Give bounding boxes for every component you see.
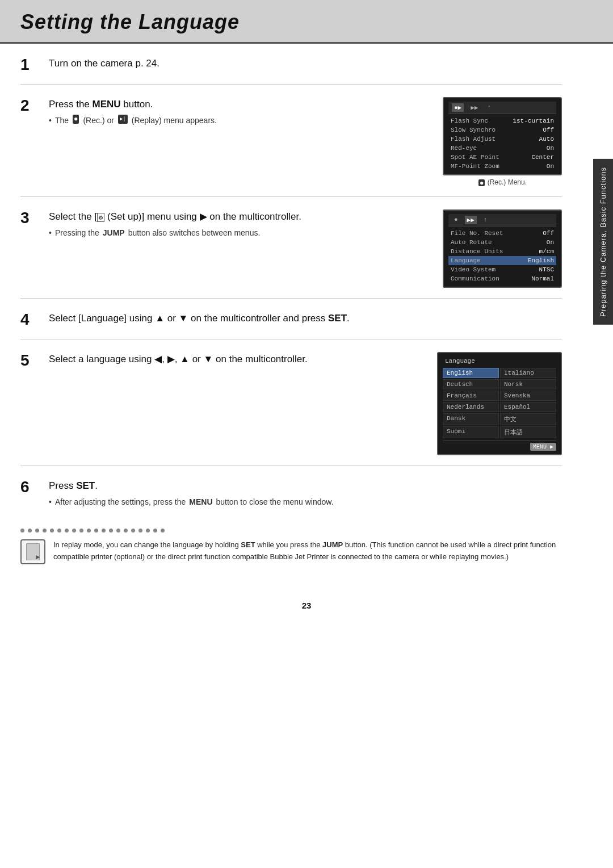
step-2-text: Press the MENU button. The ● (Rec.) or ▶…: [49, 97, 422, 127]
step-2-number: 2: [20, 97, 39, 115]
lang-deutsch: Deutsch: [443, 379, 499, 389]
side-label: Preparing the Camera, Basic Functions: [593, 159, 613, 325]
setup-row-video: Video System NTSC: [448, 265, 556, 274]
step-3-instruction: Select the [⚙ (Set up)] menu using ▶ on …: [49, 209, 422, 224]
step-6: 6 Press SET. After adjusting the setting…: [20, 466, 562, 519]
step-5-text: Select a language using ◀, ▶, ▲ or ▼ on …: [49, 352, 417, 369]
page-title-bar: Setting the Language: [0, 0, 613, 44]
dots-separator: [20, 518, 562, 539]
page-title: Setting the Language: [20, 10, 593, 34]
step-5: 5 Select a language using ◀, ▶, ▲ or ▼ o…: [20, 339, 562, 466]
step-4-number: 4: [20, 311, 39, 329]
cam-tab-up: ↑: [485, 103, 493, 111]
page-number: 23: [0, 601, 613, 616]
step-6-sub: After adjusting the settings, press the …: [49, 496, 562, 508]
lang-english: English: [443, 368, 499, 378]
step-6-instruction: Press SET.: [49, 479, 562, 493]
step-3-sub: Pressing the JUMP button also switches b…: [49, 227, 422, 239]
step-3-text: Select the [⚙ (Set up)] menu using ▶ on …: [49, 209, 422, 240]
step-5-instruction: Select a language using ◀, ▶, ▲ or ▼ on …: [49, 352, 417, 367]
cam-row-flash-adjust: Flash Adjust Auto: [448, 135, 556, 144]
step-5-number: 5: [20, 352, 39, 370]
lang-chinese: 中文: [500, 413, 556, 425]
step-2-instruction: Press the MENU button.: [49, 97, 422, 112]
setup-row-distance: Distance Units m/cm: [448, 247, 556, 256]
step-3-image: ● ▶▶ ↑ File No. Reset Off Auto Rotate On…: [443, 209, 562, 288]
cam-row-red-eye: Red-eye On: [448, 144, 556, 153]
setup-row-comm: Communication Normal: [448, 274, 556, 283]
cam-row-spot-ae: Spot AE Point Center: [448, 153, 556, 162]
language-menu-screen: Language English Italiano Deutsch Norsk …: [437, 352, 562, 455]
setup-row-autorotate: Auto Rotate On: [448, 238, 556, 247]
lang-nederlands: Nederlands: [443, 402, 499, 412]
lang-italiano: Italiano: [500, 368, 556, 378]
note-text: In replay mode, you can change the langu…: [53, 539, 562, 563]
step-3: 3 Select the [⚙ (Set up)] menu using ▶ o…: [20, 197, 562, 299]
setup-tab-up: ↑: [481, 216, 490, 224]
lang-espanol: Español: [500, 402, 556, 412]
note-icon: [20, 539, 45, 564]
lang-suomi: Suomi: [443, 426, 499, 438]
lang-japanese: 日本語: [500, 426, 556, 438]
step-4-body: Select [Language] using ▲ or ▼ on the mu…: [49, 311, 562, 328]
replay-icon: ▶|: [118, 115, 128, 124]
step-6-number: 6: [20, 479, 39, 496]
setup-header: ● ▶▶ ↑: [448, 214, 556, 227]
setup-tab-tt: ▶▶: [465, 216, 477, 224]
rec-menu-caption: ● (Rec.) Menu.: [443, 178, 562, 186]
step-1-instruction: Turn on the camera p. 24.: [49, 56, 562, 71]
step-1-body: Turn on the camera p. 24.: [49, 56, 562, 73]
step-4: 4 Select [Language] using ▲ or ▼ on the …: [20, 299, 562, 339]
step-3-number: 3: [20, 209, 39, 227]
step-1: 1 Turn on the camera p. 24.: [20, 44, 562, 85]
lang-grid: English Italiano Deutsch Norsk Français …: [443, 368, 556, 438]
lang-svenska: Svenska: [500, 391, 556, 401]
setup-row-language: Language English: [448, 256, 556, 265]
cam-tab-tt: ▶▶: [468, 103, 480, 112]
rec-icon: ●: [73, 115, 79, 124]
lang-screen-title: Language: [443, 357, 556, 366]
lang-menu-btn: MENU ▶: [530, 443, 556, 451]
lang-norsk: Norsk: [500, 379, 556, 389]
cam-row-mf-point: MF-Point Zoom On: [448, 162, 556, 171]
setup-tab-rec: ●: [452, 216, 460, 224]
cam-header: ●▶ ▶▶ ↑: [448, 102, 556, 114]
step-1-number: 1: [20, 56, 39, 74]
step-6-body: Press SET. After adjusting the settings,…: [49, 479, 562, 509]
cam-row-flash-sync: Flash Sync 1st-curtain: [448, 116, 556, 125]
lang-footer: MENU ▶: [443, 441, 556, 451]
lang-dansk: Dansk: [443, 413, 499, 425]
main-content: 1 Turn on the camera p. 24. 2 Press the …: [0, 44, 613, 595]
note-box: In replay mode, you can change the langu…: [20, 539, 562, 578]
step-5-image: Language English Italiano Deutsch Norsk …: [437, 352, 562, 455]
step-2-image: ●▶ ▶▶ ↑ Flash Sync 1st-curtain Slow Sync…: [443, 97, 562, 186]
lang-francais: Français: [443, 391, 499, 401]
step-4-instruction: Select [Language] using ▲ or ▼ on the mu…: [49, 311, 562, 326]
cam-row-slow-synchro: Slow Synchro Off: [448, 125, 556, 135]
setup-menu-screen: ● ▶▶ ↑ File No. Reset Off Auto Rotate On…: [443, 209, 562, 288]
cam-tab-rec: ●▶: [452, 103, 464, 112]
step-2: 2 Press the MENU button. The ● (Rec.) or…: [20, 85, 562, 197]
rec-menu-screen: ●▶ ▶▶ ↑ Flash Sync 1st-curtain Slow Sync…: [443, 97, 562, 175]
step-2-sub: The ● (Rec.) or ▶| (Replay) menu appears…: [49, 115, 422, 127]
rec-icon-caption: ●: [478, 179, 485, 186]
setup-row-fileno: File No. Reset Off: [448, 229, 556, 238]
